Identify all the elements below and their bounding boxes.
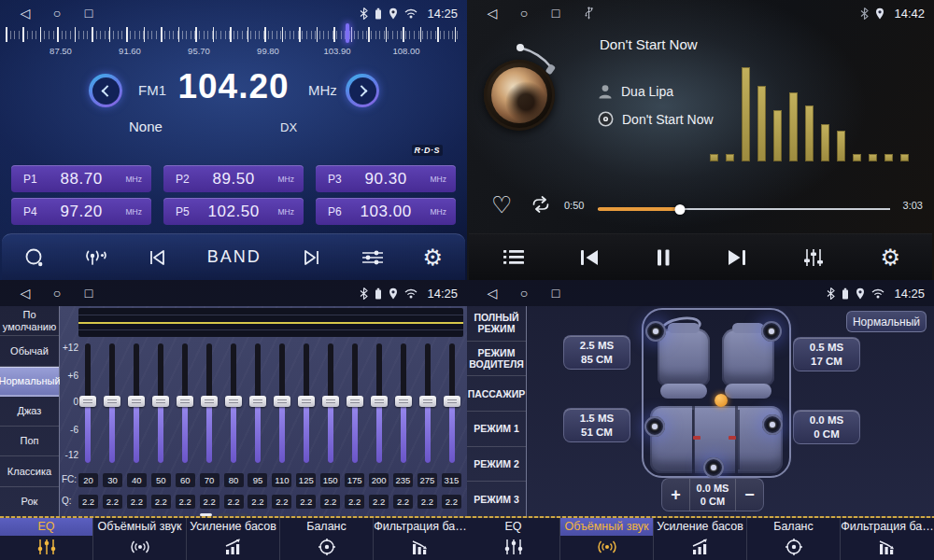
mode-driver[interactable]: РЕЖИМ ВОДИТЕЛЯ <box>467 342 526 377</box>
pause-icon[interactable] <box>654 248 672 267</box>
tab-label: Усиление басов <box>654 518 746 536</box>
speaker-front-right-icon[interactable] <box>761 321 782 342</box>
tune-down-button[interactable] <box>89 74 122 107</box>
preset-button-p2[interactable]: P2 89.50 MHz <box>163 165 304 192</box>
eq-preset-normal-selected[interactable]: Нормальный <box>0 367 59 397</box>
mode-1[interactable]: РЕЖИМ 1 <box>467 412 526 447</box>
eq-preset-classic[interactable]: Классика <box>0 456 59 486</box>
mode-full[interactable]: ПОЛНЫЙ РЕЖИМ <box>467 306 526 342</box>
sound-profile-button[interactable]: Нормальный <box>846 311 927 332</box>
seek-bar[interactable] <box>598 204 890 214</box>
eq-preset-default[interactable]: По умолчанию <box>0 306 59 336</box>
settings-gear-icon[interactable]: ⚙ <box>880 246 900 269</box>
eq-band-slider[interactable] <box>78 343 97 465</box>
eq-band-slider[interactable] <box>200 343 219 465</box>
preset-frequency: 97.20 <box>37 203 126 221</box>
speaker-rear-right-icon[interactable] <box>762 414 783 435</box>
back-icon[interactable]: ◁ <box>476 286 508 301</box>
eq-band-slider[interactable] <box>394 343 413 465</box>
eq-band-slider[interactable] <box>321 343 340 465</box>
tab-eq[interactable]: EQ <box>0 516 93 560</box>
preset-button-p3[interactable]: P3 90.30 MHz <box>316 165 456 192</box>
home-icon[interactable]: ○ <box>41 6 73 21</box>
band-button[interactable]: BAND <box>207 247 262 267</box>
fc-value: 70 <box>200 473 219 487</box>
delay-decrease-button[interactable]: − <box>735 479 763 511</box>
eq-band-slider[interactable] <box>151 343 170 465</box>
recents-icon[interactable]: □ <box>73 6 105 21</box>
mode-3[interactable]: РЕЖИМ 3 <box>467 482 526 516</box>
tab-surround[interactable]: Объёмный звук <box>93 516 187 560</box>
eq-preset-rock[interactable]: Рок <box>0 487 59 516</box>
preset-button-p6[interactable]: P6 103.00 MHz <box>316 198 456 225</box>
playlist-icon[interactable] <box>502 249 525 265</box>
eq-band-slider[interactable] <box>103 343 121 465</box>
speaker-center-rear-icon[interactable] <box>703 457 724 478</box>
preset-frequency: 90.30 <box>342 170 431 189</box>
recents-icon[interactable]: □ <box>73 286 105 301</box>
delay-increase-button[interactable]: + <box>662 479 690 511</box>
broadcast-icon[interactable] <box>82 248 108 267</box>
back-icon[interactable]: ◁ <box>9 286 41 301</box>
eq-band-slider[interactable] <box>418 343 437 465</box>
eq-band-slider[interactable] <box>176 343 194 465</box>
eq-band-slider[interactable] <box>346 343 364 465</box>
frequency-scale[interactable] <box>6 27 461 43</box>
tab-bass-boost[interactable]: Усиление басов <box>187 516 280 560</box>
db-scale-label: -12 <box>60 450 78 460</box>
eq-band-slider[interactable] <box>443 343 461 465</box>
eq-band-slider[interactable] <box>297 343 316 465</box>
tab-bass-boost[interactable]: Усиление басов <box>654 516 747 560</box>
recents-icon[interactable]: □ <box>540 286 572 301</box>
eq-preset-jazz[interactable]: Джаз <box>0 397 59 427</box>
mode-passenger[interactable]: ПАССАЖИР <box>467 376 526 412</box>
previous-station-icon[interactable] <box>147 248 169 267</box>
eq-preset-custom[interactable]: Обычай <box>0 336 59 366</box>
tab-filter[interactable]: Фильтрация ба… <box>841 516 934 560</box>
home-icon[interactable]: ○ <box>508 6 540 21</box>
speaker-front-left-icon[interactable] <box>645 321 666 342</box>
bluetooth-icon <box>860 7 869 20</box>
tab-balance[interactable]: Баланс <box>747 516 841 560</box>
recents-icon[interactable]: □ <box>540 6 572 21</box>
repeat-icon[interactable] <box>529 196 553 213</box>
tab-eq[interactable]: EQ <box>467 516 560 560</box>
equalizer-sliders-icon[interactable] <box>801 248 826 267</box>
back-icon[interactable]: ◁ <box>476 6 508 21</box>
tune-up-button[interactable] <box>346 74 379 107</box>
tab-label: Объёмный звук <box>560 518 653 536</box>
scan-icon[interactable] <box>24 248 44 267</box>
seek-thumb[interactable] <box>674 204 685 215</box>
seatbelt-buckle <box>693 436 700 440</box>
tab-balance[interactable]: Баланс <box>280 516 374 560</box>
next-track-icon[interactable] <box>727 248 747 267</box>
preset-button-p1[interactable]: P1 88.70 MHz <box>11 165 151 192</box>
delay-rear-right-button[interactable]: 0.0 MS 0 CM <box>793 410 860 444</box>
eq-band-slider[interactable] <box>127 343 146 465</box>
home-icon[interactable]: ○ <box>41 286 73 301</box>
preset-id: P5 <box>176 205 190 218</box>
preset-button-p4[interactable]: P4 97.20 MHz <box>11 198 151 225</box>
eq-band-slider[interactable] <box>370 343 389 465</box>
back-icon[interactable]: ◁ <box>9 6 41 21</box>
preset-list: P1 88.70 MHz P2 89.50 MHz P3 90.30 MHz P… <box>11 165 456 225</box>
delay-front-right-button[interactable]: 0.5 MS 17 CM <box>793 337 860 371</box>
listening-position-dot[interactable] <box>715 394 728 407</box>
mode-2[interactable]: РЕЖИМ 2 <box>467 447 526 483</box>
tune-settings-icon[interactable] <box>361 249 385 266</box>
eq-band-slider[interactable] <box>224 343 243 465</box>
next-station-icon[interactable] <box>300 248 322 267</box>
settings-gear-icon[interactable]: ⚙ <box>422 246 443 269</box>
preset-button-p5[interactable]: P5 102.50 MHz <box>163 198 304 225</box>
eq-preset-pop[interactable]: Поп <box>0 427 59 456</box>
tab-surround[interactable]: Объёмный звук <box>560 516 654 560</box>
previous-track-icon[interactable] <box>579 248 600 267</box>
home-icon[interactable]: ○ <box>508 286 540 301</box>
favorite-heart-icon[interactable]: ♡ <box>491 191 512 218</box>
delay-front-left-button[interactable]: 2.5 MS 85 CM <box>563 335 630 370</box>
eq-band-slider[interactable] <box>273 343 291 465</box>
tab-filter[interactable]: Фильтрация ба… <box>374 516 467 560</box>
speaker-rear-left-icon[interactable] <box>644 416 665 437</box>
delay-rear-left-button[interactable]: 1.5 MS 51 CM <box>563 408 630 442</box>
eq-band-slider[interactable] <box>248 343 267 465</box>
